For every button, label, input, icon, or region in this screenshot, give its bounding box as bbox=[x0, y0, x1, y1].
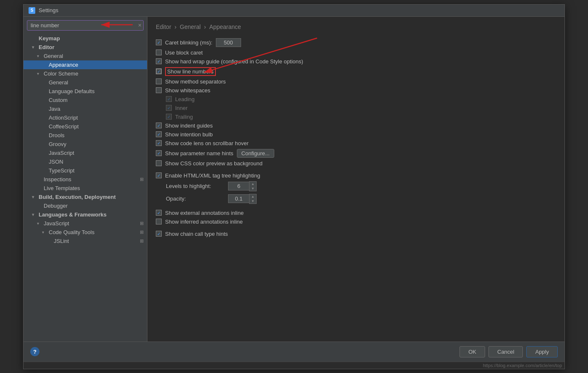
inner-label: Inner bbox=[175, 105, 188, 111]
show-code-lens-label: Show code lens on scrollbar hover bbox=[165, 140, 249, 146]
configure-button[interactable]: Configure... bbox=[237, 149, 274, 158]
leading-checkbox bbox=[166, 96, 172, 102]
show-method-sep-checkbox[interactable] bbox=[156, 78, 162, 84]
search-box: × bbox=[27, 20, 144, 31]
apply-button[interactable]: Apply bbox=[526, 346, 558, 357]
cancel-button[interactable]: Cancel bbox=[488, 346, 523, 357]
levels-spinner: ▲ ▼ bbox=[228, 181, 257, 191]
levels-down-btn[interactable]: ▼ bbox=[249, 186, 256, 191]
content-area: × Keymap ▾ Editor ▾ General Appearance ▾ bbox=[24, 17, 564, 342]
show-ext-annotations-row: Show external annotations inline bbox=[156, 209, 556, 217]
show-whitespaces-row: Show whitespaces bbox=[156, 86, 556, 95]
show-intention-bulb-label: Show intention bulb bbox=[165, 131, 213, 138]
sidebar-item-drools[interactable]: Drools bbox=[24, 131, 147, 140]
code-quality-arrow: ▾ bbox=[42, 230, 47, 235]
caret-blinking-checkbox[interactable] bbox=[156, 39, 162, 45]
settings-dialog: S Settings × Keymap ▾ Editor ▾ General bbox=[23, 4, 565, 369]
sidebar-item-debugger[interactable]: Debugger bbox=[24, 201, 147, 210]
sidebar-item-custom[interactable]: Custom bbox=[24, 96, 147, 104]
sidebar-item-lang-frameworks[interactable]: ▾ Languages & Frameworks bbox=[24, 210, 147, 219]
show-indent-guides-checkbox[interactable] bbox=[156, 123, 162, 128]
spacer1 bbox=[156, 168, 556, 171]
sidebar-item-code-quality[interactable]: ▾ Code Quality Tools ⊞ bbox=[24, 228, 147, 237]
show-hard-wrap-checkbox[interactable] bbox=[156, 58, 162, 64]
sidebar-item-appearance[interactable]: Appearance bbox=[24, 60, 147, 69]
use-block-caret-row: Use block caret bbox=[156, 48, 556, 57]
sidebar-item-typescript[interactable]: TypeScript bbox=[24, 166, 147, 175]
breadcrumb-sep1: › bbox=[174, 23, 178, 30]
show-whitespaces-checkbox[interactable] bbox=[156, 87, 162, 93]
spacer3 bbox=[156, 226, 556, 230]
show-inferred-annotations-checkbox[interactable] bbox=[156, 219, 162, 224]
enable-html-xml-label: Enable HTML/XML tag tree highlighting bbox=[165, 172, 260, 179]
show-indent-guides-label: Show indent guides bbox=[165, 123, 213, 129]
show-code-lens-checkbox[interactable] bbox=[156, 140, 162, 146]
show-inferred-annotations-row: Show inferred annotations inline bbox=[156, 217, 556, 226]
enable-html-xml-checkbox[interactable] bbox=[156, 172, 162, 178]
spacer2 bbox=[156, 205, 556, 209]
opacity-down-btn[interactable]: ▼ bbox=[249, 199, 256, 203]
use-block-caret-label: Use block caret bbox=[165, 50, 203, 56]
settings-icon: S bbox=[29, 7, 35, 14]
sidebar-item-live-templates[interactable]: Live Templates bbox=[24, 184, 147, 193]
breadcrumb: Editor › General › Appearance bbox=[156, 23, 556, 30]
show-chain-call-checkbox[interactable] bbox=[156, 231, 162, 237]
search-input[interactable] bbox=[27, 20, 144, 31]
opacity-up-btn[interactable]: ▲ bbox=[249, 194, 256, 199]
sidebar-item-json[interactable]: JSON bbox=[24, 157, 147, 166]
caret-blinking-input[interactable] bbox=[216, 38, 241, 47]
enable-html-xml-row: Enable HTML/XML tag tree highlighting bbox=[156, 171, 556, 180]
levels-highlight-label: Levels to highlight: bbox=[166, 183, 225, 189]
sidebar-item-groovy[interactable]: Groovy bbox=[24, 140, 147, 149]
help-button[interactable]: ? bbox=[30, 347, 39, 356]
show-line-numbers-checkbox[interactable] bbox=[156, 68, 162, 74]
ok-button[interactable]: OK bbox=[459, 346, 485, 357]
search-clear-button[interactable]: × bbox=[138, 22, 142, 29]
main-content: Editor › General › Appearance Caret blin… bbox=[147, 17, 564, 342]
leading-label: Leading bbox=[175, 96, 194, 102]
jslint-badge: ⊞ bbox=[140, 238, 144, 244]
sidebar-item-editor[interactable]: ▾ Editor bbox=[24, 43, 147, 52]
levels-highlight-row: Levels to highlight: ▲ ▼ bbox=[156, 180, 556, 193]
opacity-label: Opacity: bbox=[166, 196, 225, 202]
sidebar-item-java[interactable]: Java bbox=[24, 104, 147, 113]
show-css-color-checkbox[interactable] bbox=[156, 160, 162, 166]
breadcrumb-appearance: Appearance bbox=[209, 23, 241, 30]
sidebar-item-keymap[interactable]: Keymap bbox=[24, 34, 147, 43]
sidebar-item-general[interactable]: ▾ General bbox=[24, 52, 147, 60]
show-intention-bulb-row: Show intention bulb bbox=[156, 130, 556, 139]
sidebar-item-coffeescript[interactable]: CoffeeScript bbox=[24, 122, 147, 131]
show-code-lens-row: Show code lens on scrollbar hover bbox=[156, 139, 556, 148]
title-bar: S Settings bbox=[24, 5, 564, 17]
show-indent-guides-row: Show indent guides bbox=[156, 121, 556, 130]
sidebar-item-cs-general[interactable]: General bbox=[24, 78, 147, 87]
sidebar-item-jslint[interactable]: JSLint ⊞ bbox=[24, 237, 147, 245]
show-line-numbers-row: Show line numbers bbox=[156, 66, 556, 77]
editor-arrow: ▾ bbox=[32, 45, 37, 50]
show-param-hints-row: Show parameter name hints Configure... bbox=[156, 148, 556, 159]
levels-input[interactable] bbox=[228, 182, 249, 190]
show-intention-bulb-checkbox[interactable] bbox=[156, 131, 162, 137]
show-ext-annotations-checkbox[interactable] bbox=[156, 210, 162, 216]
show-hard-wrap-row: Show hard wrap guide (configured in Code… bbox=[156, 57, 556, 66]
show-param-hints-checkbox[interactable] bbox=[156, 150, 162, 156]
breadcrumb-general: General bbox=[180, 23, 201, 30]
lang-frameworks-arrow: ▾ bbox=[32, 212, 37, 217]
sidebar-item-build-exec[interactable]: ▾ Build, Execution, Deployment bbox=[24, 193, 147, 201]
sidebar-item-javascript[interactable]: JavaScript bbox=[24, 149, 147, 157]
sidebar-item-javascript2[interactable]: ▾ JavaScript ⊞ bbox=[24, 219, 147, 228]
sidebar-item-color-scheme[interactable]: ▾ Color Scheme bbox=[24, 69, 147, 78]
sidebar-item-inspections[interactable]: Inspections ⊞ bbox=[24, 175, 147, 184]
opacity-input[interactable] bbox=[228, 194, 249, 203]
opacity-row: Opacity: ▲ ▼ bbox=[156, 193, 556, 205]
use-block-caret-checkbox[interactable] bbox=[156, 50, 162, 55]
levels-spinner-btns: ▲ ▼ bbox=[249, 181, 257, 191]
show-inferred-annotations-label: Show inferred annotations inline bbox=[165, 219, 243, 225]
javascript2-arrow: ▾ bbox=[37, 221, 42, 226]
breadcrumb-sep2: › bbox=[204, 23, 208, 30]
levels-up-btn[interactable]: ▲ bbox=[249, 182, 256, 186]
sidebar-item-actionscript[interactable]: ActionScript bbox=[24, 113, 147, 122]
show-line-numbers-label: Show line numbers bbox=[165, 67, 216, 76]
url-bar: https://blog.example.com/article/en/top bbox=[24, 362, 564, 369]
sidebar-item-language-defaults[interactable]: Language Defaults bbox=[24, 87, 147, 96]
